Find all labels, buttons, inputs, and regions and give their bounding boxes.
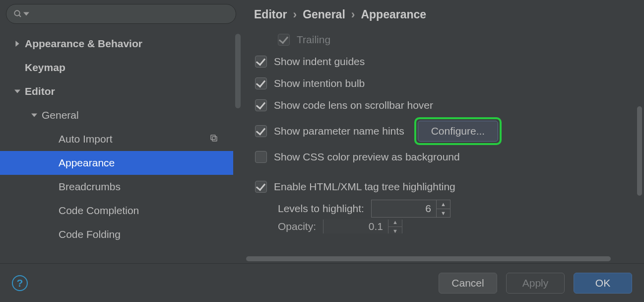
checkbox[interactable]: [255, 56, 267, 68]
spinner-down[interactable]: ▼: [388, 227, 402, 234]
spinner-down[interactable]: ▼: [437, 209, 450, 218]
svg-marker-3: [15, 41, 19, 47]
spinner-value[interactable]: 0.1: [323, 220, 388, 233]
settings-tree: Appearance & Behavior Keymap Editor Gene…: [0, 26, 233, 263]
checkbox[interactable]: [255, 99, 267, 111]
option-label: Show code lens on scrollbar hover: [274, 99, 433, 111]
scrollbar-thumb[interactable]: [246, 256, 611, 261]
spinner-up[interactable]: ▲: [437, 200, 450, 209]
tree-label: Code Completion: [59, 205, 233, 217]
option-label: Show CSS color preview as background: [274, 151, 460, 163]
sidebar-scrollbar[interactable]: [234, 34, 242, 263]
scrollbar-thumb[interactable]: [637, 106, 642, 196]
option-parameter-hints[interactable]: Show parameter name hints Configure...: [255, 116, 644, 146]
content-v-scrollbar[interactable]: [636, 32, 643, 253]
tree-label: Code Folding: [59, 228, 233, 240]
option-label: Opacity:: [278, 221, 316, 232]
option-css-color-preview[interactable]: Show CSS color preview as background: [255, 146, 644, 168]
option-trailing: Trailing: [255, 29, 644, 51]
tree-item-breadcrumbs[interactable]: Breadcrumbs: [0, 175, 233, 199]
tree-item-code-folding[interactable]: Code Folding: [0, 223, 233, 246]
opacity-spinner[interactable]: 0.1 ▲ ▼: [323, 220, 402, 233]
search-icon: [13, 9, 22, 18]
option-tag-tree-highlighting[interactable]: Enable HTML/XML tag tree highlighting: [255, 176, 644, 198]
highlight-ring: Configure...: [414, 117, 502, 145]
chevron-down-icon: [27, 112, 42, 118]
cancel-button[interactable]: Cancel: [439, 273, 497, 294]
options-panel: Trailing Show indent guides Show intenti…: [242, 29, 644, 263]
option-label: Levels to highlight:: [278, 203, 364, 215]
svg-point-0: [14, 10, 20, 16]
scrollbar-thumb[interactable]: [235, 34, 241, 108]
search-box[interactable]: [6, 4, 236, 24]
levels-spinner[interactable]: 6 ▲ ▼: [371, 200, 451, 218]
tree-label: Keymap: [25, 62, 233, 74]
option-code-lens[interactable]: Show code lens on scrollbar hover: [255, 94, 644, 116]
configure-button[interactable]: Configure...: [418, 121, 499, 142]
checkbox[interactable]: [255, 125, 267, 137]
checkbox[interactable]: [255, 151, 267, 163]
option-label: Show parameter name hints: [274, 125, 404, 137]
option-label: Enable HTML/XML tag tree highlighting: [274, 181, 455, 193]
dialog-button-bar: ? Cancel Apply OK: [0, 263, 644, 302]
spinner-up[interactable]: ▲: [388, 220, 402, 227]
chevron-right-icon: [10, 41, 25, 47]
svg-rect-6: [212, 137, 217, 141]
svg-marker-4: [14, 89, 20, 93]
option-indent-guides[interactable]: Show indent guides: [255, 51, 644, 73]
tree-label: Breadcrumbs: [59, 181, 233, 193]
tree-label: General: [42, 109, 233, 121]
tree-label: Editor: [25, 85, 233, 97]
tree-item-auto-import[interactable]: Auto Import: [0, 127, 233, 151]
chevron-right-icon: ›: [351, 8, 355, 21]
svg-marker-2: [23, 12, 29, 15]
tree-item-code-completion[interactable]: Code Completion: [0, 199, 233, 223]
option-levels-to-highlight: Levels to highlight: 6 ▲ ▼: [255, 198, 644, 220]
option-label: Show indent guides: [274, 56, 365, 68]
tree-item-appearance[interactable]: Appearance: [0, 151, 233, 175]
option-opacity: Opacity: 0.1 ▲ ▼: [255, 220, 644, 233]
breadcrumb: Editor › General › Appearance: [242, 0, 644, 29]
copy-icon: [209, 133, 218, 145]
tree-label: Auto Import: [59, 133, 209, 145]
checkbox[interactable]: [255, 181, 267, 193]
tree-item-editor[interactable]: Editor: [0, 79, 233, 103]
tree-item-appearance-behavior[interactable]: Appearance & Behavior: [0, 32, 233, 56]
breadcrumb-part[interactable]: General: [303, 8, 345, 21]
search-input[interactable]: [32, 8, 229, 20]
breadcrumb-part[interactable]: Editor: [254, 8, 287, 21]
checkbox[interactable]: [255, 77, 267, 89]
ok-button[interactable]: OK: [574, 273, 632, 294]
breadcrumb-part[interactable]: Appearance: [361, 8, 426, 21]
option-intention-bulb[interactable]: Show intention bulb: [255, 73, 644, 94]
settings-sidebar: Appearance & Behavior Keymap Editor Gene…: [0, 0, 242, 263]
spinner-value[interactable]: 6: [372, 200, 436, 217]
option-label: Show intention bulb: [274, 77, 365, 89]
apply-button[interactable]: Apply: [506, 273, 565, 294]
tree-item-keymap[interactable]: Keymap: [0, 56, 233, 79]
settings-content: Editor › General › Appearance Trailing S…: [242, 0, 644, 263]
option-label: Trailing: [297, 34, 330, 46]
tree-label: Appearance: [59, 157, 233, 169]
svg-rect-7: [211, 135, 215, 140]
chevron-down-icon[interactable]: [23, 11, 29, 17]
chevron-down-icon: [10, 88, 25, 94]
tree-item-general[interactable]: General: [0, 103, 233, 127]
content-h-scrollbar[interactable]: [246, 255, 634, 262]
chevron-right-icon: ›: [293, 8, 297, 21]
svg-line-1: [19, 15, 21, 17]
tree-label: Appearance & Behavior: [25, 38, 233, 50]
svg-marker-5: [31, 113, 37, 117]
help-icon[interactable]: ?: [12, 275, 28, 291]
checkbox: [278, 34, 290, 46]
